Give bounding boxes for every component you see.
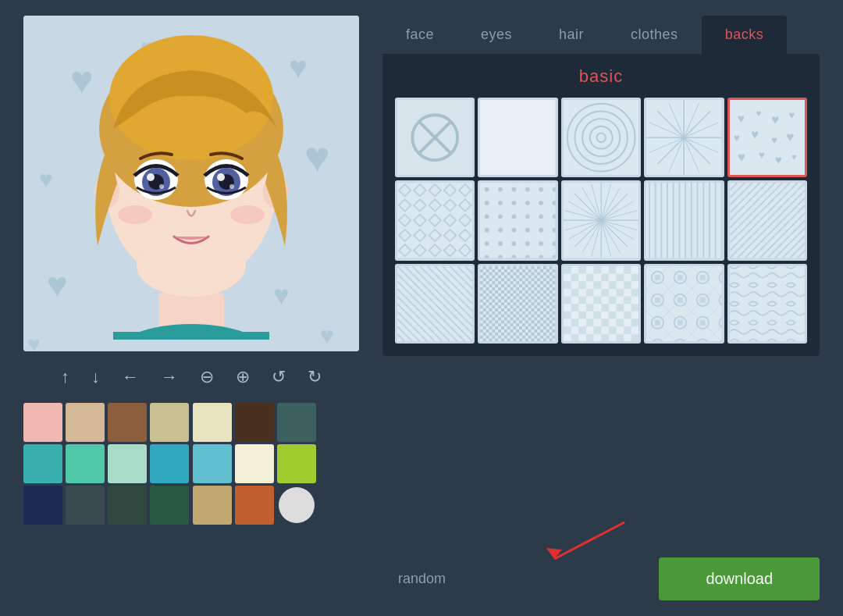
color-swatch[interactable] [66,486,105,525]
download-button[interactable]: download [659,557,820,600]
svg-rect-114 [646,266,721,341]
move-up-button[interactable]: ↑ [58,365,73,389]
avatar-face [66,27,316,340]
bg-item-hearts[interactable]: ♥ ♥ ♥ ♥ ♥ ♥ ♥ ♥ ♥ ♥ ♥ ♥ [727,98,807,177]
color-swatch[interactable] [235,444,274,483]
tab-backs[interactable]: backs [702,16,788,54]
svg-text:♥: ♥ [774,153,781,166]
svg-text:♥: ♥ [786,129,794,144]
svg-text:♥: ♥ [758,149,764,161]
color-swatch[interactable] [277,403,316,442]
zoom-in-button[interactable]: ⊕ [233,365,253,389]
undo-button[interactable]: ↺ [269,365,289,389]
svg-text:♥: ♥ [737,149,745,165]
color-swatch[interactable] [23,444,62,483]
color-swatch[interactable] [23,403,62,442]
svg-text:♥: ♥ [47,265,68,304]
color-swatch[interactable] [150,486,189,525]
color-swatch[interactable] [108,403,147,442]
svg-line-117 [554,522,624,559]
svg-text:♥: ♥ [320,322,334,348]
bg-item-dots[interactable] [478,180,557,260]
arrow-indicator [539,518,632,565]
svg-rect-13 [113,332,269,340]
svg-point-30 [118,205,152,224]
svg-text:♥: ♥ [756,109,761,118]
svg-text:♥: ♥ [737,112,744,125]
svg-text:♥: ♥ [39,166,53,192]
svg-text:♥: ♥ [788,109,795,121]
move-down-button[interactable]: ↓ [88,365,103,389]
svg-rect-70 [480,183,555,258]
bg-item-wavy[interactable] [727,264,807,344]
left-panel: ♥ ♥ ♥ ♥ ♥ ♥ ♥ ♥ ♥ [23,16,359,525]
bg-item-diamonds[interactable] [395,180,475,260]
bg-item-ornament[interactable] [644,264,724,344]
color-swatch[interactable] [66,403,105,442]
bg-item-diagonal1[interactable] [727,180,807,260]
color-swatch[interactable] [108,444,147,483]
color-swatch[interactable] [108,486,147,525]
color-swatch[interactable] [23,486,62,525]
bg-item-checker[interactable] [561,264,641,344]
random-button[interactable]: random [382,563,461,595]
color-swatch[interactable] [235,403,274,442]
color-swatch[interactable] [235,486,274,525]
avatar-frame: ♥ ♥ ♥ ♥ ♥ ♥ ♥ ♥ ♥ [23,16,359,351]
redo-button[interactable]: ↻ [304,365,325,389]
bottom-bar: random download [382,557,820,600]
svg-point-27 [217,173,225,181]
svg-text:♥: ♥ [771,112,779,127]
bg-item-lines-v[interactable] [644,180,724,260]
svg-rect-89 [730,183,805,258]
color-swatch[interactable] [193,403,232,442]
tab-eyes[interactable]: eyes [457,16,535,54]
backgrounds-grid: ♥ ♥ ♥ ♥ ♥ ♥ ♥ ♥ ♥ ♥ ♥ ♥ [395,98,807,344]
svg-text:♥: ♥ [751,126,759,142]
color-swatch[interactable] [150,403,189,442]
svg-text:♥: ♥ [27,332,41,351]
tab-hair[interactable]: hair [535,16,607,54]
tab-face[interactable]: face [382,16,457,54]
bg-item-circles[interactable] [561,98,641,177]
move-right-button[interactable]: → [158,365,181,389]
bg-item-pixel[interactable] [478,264,557,344]
svg-rect-92 [397,266,472,341]
svg-rect-102 [480,266,555,341]
color-swatch[interactable] [277,444,316,483]
zoom-out-button[interactable]: ⊖ [197,365,217,389]
svg-rect-36 [480,100,555,175]
color-swatch[interactable] [279,487,315,523]
bg-item-diagonal2[interactable] [395,264,475,344]
move-left-button[interactable]: ← [119,365,142,389]
color-swatch[interactable] [193,486,232,525]
svg-rect-67 [397,183,472,258]
color-swatch[interactable] [193,444,232,483]
right-panel: face eyes hair clothes backs basic [382,16,820,356]
svg-text:♥: ♥ [733,132,739,144]
category-label: basic [395,66,807,87]
color-grid [23,403,359,525]
color-swatch[interactable] [66,444,105,483]
svg-rect-106 [564,266,638,341]
svg-point-29 [229,184,234,189]
svg-point-26 [147,173,155,181]
bg-item-none[interactable] [395,98,475,177]
tab-bar: face eyes hair clothes backs [382,16,820,54]
svg-rect-116 [730,266,805,341]
svg-rect-86 [646,183,721,258]
svg-point-28 [159,184,164,189]
svg-text:♥: ♥ [771,134,777,146]
color-swatch[interactable] [150,444,189,483]
bg-item-starburst[interactable] [561,180,641,260]
svg-text:♥: ♥ [791,152,797,162]
tab-clothes[interactable]: clothes [607,16,702,54]
bg-item-rays[interactable] [644,98,724,177]
svg-point-31 [230,205,265,224]
bg-item-blank[interactable] [478,98,557,177]
controls-row: ↑ ↓ ← → ⊖ ⊕ ↺ ↻ [23,365,359,389]
category-panel: basic [382,54,820,356]
